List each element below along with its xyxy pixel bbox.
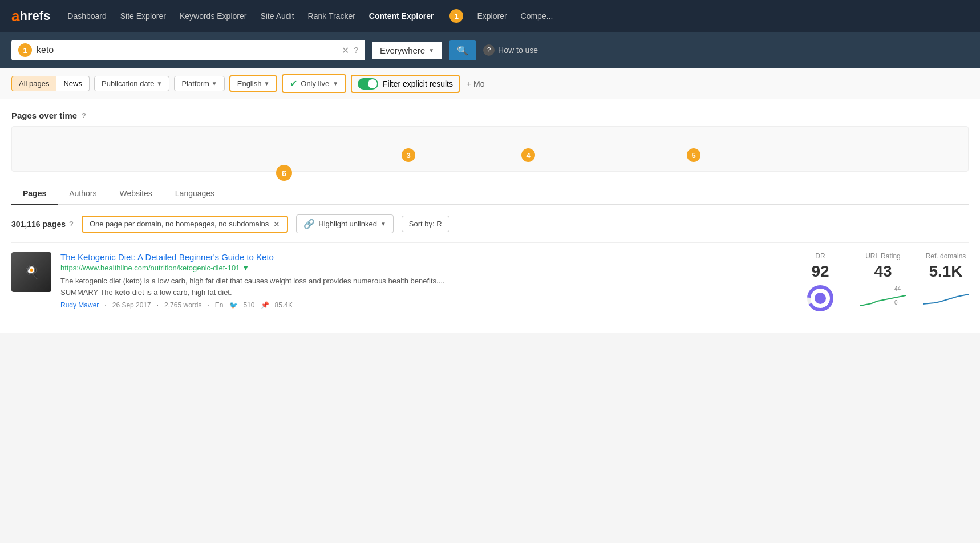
search-help-icon[interactable]: ? bbox=[354, 46, 358, 55]
nav-rank-tracker[interactable]: Rank Tracker bbox=[308, 11, 355, 21]
chevron-down-icon: ▼ bbox=[212, 80, 217, 87]
results-tabs: Pages Authors Websites Languages 6 bbox=[11, 183, 969, 205]
result-lang: En bbox=[215, 301, 224, 309]
toggle-thumb bbox=[368, 79, 377, 88]
result-author[interactable]: Rudy Mawer bbox=[60, 301, 99, 309]
result-separator-3: · bbox=[207, 301, 209, 309]
logo: ahrefs bbox=[11, 7, 50, 25]
all-pages-filter[interactable]: All pages bbox=[11, 76, 56, 91]
more-filters-button[interactable]: + Mo bbox=[467, 79, 485, 88]
pages-over-time-chart bbox=[11, 126, 969, 172]
twitter-icon: 🐦 bbox=[229, 301, 238, 309]
result-description: The ketogenic diet (keto) is a low carb,… bbox=[60, 275, 788, 298]
search-input[interactable] bbox=[37, 45, 337, 55]
pages-over-time-title: Pages over time bbox=[11, 111, 77, 120]
dr-label: DR bbox=[797, 252, 843, 260]
nav-site-explorer[interactable]: Site Explorer bbox=[120, 11, 166, 21]
dr-value: 92 bbox=[797, 262, 843, 281]
nav-badge-1: 1 bbox=[449, 9, 463, 23]
search-input-wrap[interactable]: 1 ✕ ? bbox=[11, 40, 365, 60]
how-to-link[interactable]: ? How to use bbox=[483, 44, 538, 56]
chevron-down-icon: ▼ bbox=[264, 80, 269, 87]
result-thumbnail: 🍳 bbox=[11, 252, 51, 292]
ref-domains-chart bbox=[923, 284, 969, 309]
result-separator-2: · bbox=[157, 301, 159, 309]
tour-badge-4: 4 bbox=[521, 148, 535, 162]
chevron-down-icon: ▼ bbox=[333, 80, 338, 87]
only-live-filter[interactable]: ✔ Only live ▼ bbox=[283, 75, 345, 92]
url-rating-value: 43 bbox=[860, 262, 906, 281]
ref-domains-value: 5.1K bbox=[923, 262, 969, 281]
svg-point-2 bbox=[815, 293, 826, 304]
metric-dr: DR 92 bbox=[797, 252, 843, 313]
tour-badge-3: 3 bbox=[402, 148, 415, 162]
result-title[interactable]: The Ketogenic Diet: A Detailed Beginner'… bbox=[60, 252, 788, 262]
filter-explicit-toggle[interactable] bbox=[358, 78, 378, 90]
nav-keywords-explorer[interactable]: Keywords Explorer bbox=[180, 11, 247, 21]
sort-label: Sort by: R bbox=[409, 220, 442, 228]
result-twitter-count: 510 bbox=[244, 301, 255, 309]
tab-pages[interactable]: Pages bbox=[11, 183, 58, 205]
nav-dashboard[interactable]: Dashboard bbox=[67, 11, 107, 21]
svg-text:44: 44 bbox=[894, 286, 901, 292]
pages-count-info-icon[interactable]: ? bbox=[69, 220, 74, 228]
url-rating-label: URL Rating bbox=[860, 252, 906, 260]
only-live-label: Only live bbox=[301, 79, 329, 88]
search-bar: 1 ✕ ? Everywhere ▼ 🔍 ? How to use bbox=[0, 32, 980, 68]
pages-results-bar: 301,116 pages ? One page per domain, no … bbox=[11, 214, 969, 233]
pages-news-group: All pages News bbox=[11, 76, 90, 91]
search-button[interactable]: 🔍 bbox=[449, 40, 476, 60]
result-url[interactable]: https://www.healthline.com/nutrition/ket… bbox=[60, 264, 788, 272]
chevron-down-icon: ▼ bbox=[157, 80, 163, 87]
clear-filter-chip-icon[interactable]: ✕ bbox=[273, 220, 280, 229]
how-to-label: How to use bbox=[498, 46, 538, 55]
tab-authors[interactable]: Authors bbox=[58, 183, 108, 204]
search-scope-dropdown[interactable]: Everywhere ▼ bbox=[372, 42, 442, 59]
result-url-text: https://www.healthline.com/nutrition/ket… bbox=[60, 264, 240, 272]
highlight-unlinked-button[interactable]: 🔗 Highlight unlinked ▼ bbox=[296, 214, 394, 233]
nav-compe[interactable]: Compe... bbox=[521, 11, 553, 21]
result-metrics: DR 92 URL Rating 43 44 bbox=[797, 252, 969, 313]
ref-domains-label: Ref. domains bbox=[923, 252, 969, 260]
news-filter[interactable]: News bbox=[56, 76, 90, 91]
result-thumbnail-image: 🍳 bbox=[11, 252, 51, 292]
svg-text:0: 0 bbox=[894, 299, 898, 306]
english-filter[interactable]: English ▼ bbox=[230, 76, 277, 91]
highlight-label: Highlight unlinked bbox=[318, 220, 377, 228]
pinterest-icon: 📌 bbox=[261, 301, 269, 309]
nav-site-audit[interactable]: Site Audit bbox=[260, 11, 294, 21]
url-rating-chart: 44 0 bbox=[860, 284, 906, 309]
nav-items: Dashboard Site Explorer Keywords Explore… bbox=[67, 9, 553, 23]
filter-explicit-wrap: Filter explicit results bbox=[351, 75, 460, 93]
clear-search-icon[interactable]: ✕ bbox=[342, 45, 349, 56]
highlight-icon: 🔗 bbox=[303, 218, 315, 229]
result-separator-1: · bbox=[104, 301, 106, 309]
nav-content-explorer[interactable]: Content Explorer bbox=[369, 11, 434, 21]
search-badge-2: 1 bbox=[18, 43, 32, 57]
filter-chip-text: One page per domain, no homepages, no su… bbox=[90, 220, 269, 228]
tab-websites[interactable]: Websites bbox=[108, 183, 164, 204]
navigation: ahrefs Dashboard Site Explorer Keywords … bbox=[0, 0, 980, 32]
tour-badge-5: 5 bbox=[687, 148, 700, 162]
filter-chip: One page per domain, no homepages, no su… bbox=[82, 216, 288, 233]
publication-date-filter[interactable]: Publication date ▼ bbox=[94, 76, 169, 91]
checkmark-icon: ✔ bbox=[290, 78, 297, 89]
pub-date-label: Publication date bbox=[102, 79, 155, 88]
search-scope-label: Everywhere bbox=[380, 46, 425, 55]
pages-over-time-section: Pages over time ? bbox=[11, 111, 969, 120]
pages-count: 301,116 pages ? bbox=[11, 220, 74, 229]
platform-label: Platform bbox=[181, 79, 209, 88]
result-date: 26 Sep 2017 bbox=[112, 301, 151, 309]
dr-donut-chart bbox=[797, 284, 843, 313]
platform-filter[interactable]: Platform ▼ bbox=[174, 76, 224, 91]
tour-badge-6: 6 bbox=[276, 165, 292, 181]
result-pinterest-count: 85.4K bbox=[275, 301, 293, 309]
chevron-down-icon: ▼ bbox=[380, 221, 386, 227]
sort-by-button[interactable]: Sort by: R bbox=[402, 216, 449, 232]
tab-languages[interactable]: Languages bbox=[164, 183, 226, 204]
result-content: The Ketogenic Diet: A Detailed Beginner'… bbox=[60, 252, 788, 309]
pages-over-time-info-icon[interactable]: ? bbox=[82, 111, 86, 120]
filter-explicit-label: Filter explicit results bbox=[383, 79, 453, 88]
result-meta: Rudy Mawer · 26 Sep 2017 · 2,765 words ·… bbox=[60, 301, 788, 309]
nav-explorer2[interactable]: Explorer bbox=[477, 11, 507, 21]
